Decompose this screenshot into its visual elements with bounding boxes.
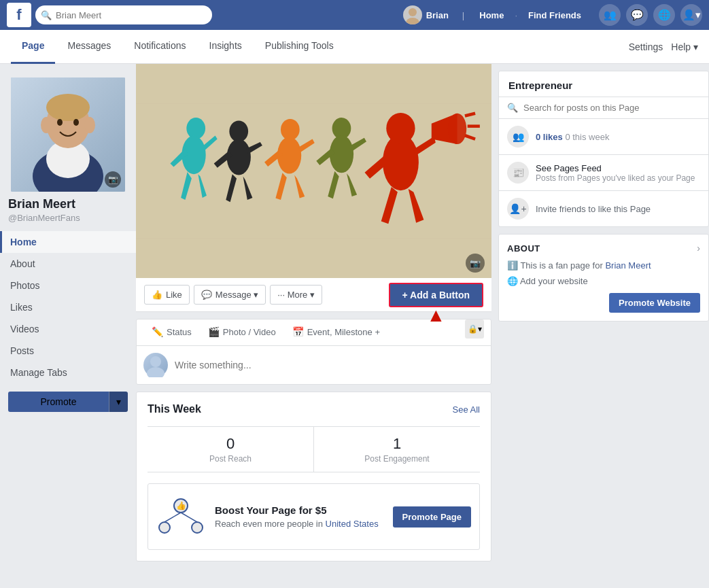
see-all-link[interactable]: See All — [453, 404, 480, 415]
post-reach-stat: 0 Post Reach — [148, 427, 314, 472]
rs-page-name: Entrepreneur — [499, 71, 708, 97]
boost-text: Boost Your Page for $5 Reach even more p… — [215, 504, 383, 529]
add-button-cta[interactable]: + Add a Button ▲ — [389, 283, 483, 307]
post-engagement-number: 1 — [322, 435, 472, 453]
post-input-row — [137, 346, 491, 384]
privacy-icon[interactable]: 🔒▾ — [465, 319, 484, 339]
sidebar-item-posts[interactable]: Posts — [0, 340, 136, 362]
about-link[interactable]: Brian Meert — [605, 260, 651, 271]
page-name: Brian Meert — [0, 197, 136, 211]
tab-messages[interactable]: Messages — [56, 30, 122, 64]
more-button[interactable]: ··· More ▾ — [270, 285, 322, 305]
page-handle: @BrianMeertFans — [0, 213, 136, 223]
post-tab-photo-video[interactable]: 🎬 Photo / Video — [200, 319, 284, 345]
sidebar-item-home[interactable]: Home — [0, 231, 136, 253]
pages-feed-title: See Pages Feed — [536, 163, 700, 173]
sidebar-item-photos[interactable]: Photos — [0, 275, 136, 296]
profile-picture-wrap: 📷 — [11, 77, 125, 192]
sidebar-item-about[interactable]: About — [0, 253, 136, 275]
svg-point-25 — [448, 114, 466, 144]
svg-line-31 — [165, 513, 181, 522]
friends-icon[interactable]: 👥 — [599, 4, 621, 26]
account-icon[interactable]: 👤▾ — [680, 4, 702, 26]
this-week-title: This Week — [148, 403, 201, 415]
promote-dropdown-arrow[interactable]: ▾ — [109, 392, 128, 412]
svg-point-17 — [229, 120, 248, 142]
tab-page[interactable]: Page — [11, 30, 55, 64]
invite-friends-row[interactable]: 👤+ Invite friends to like this Page — [499, 190, 708, 226]
help-link[interactable]: Help ▾ — [671, 41, 698, 52]
post-reach-number: 0 — [156, 435, 305, 453]
about-section: ABOUT › ℹ️ This is a fan page for Brian … — [498, 234, 709, 322]
sidebar-item-manage-tabs[interactable]: Manage Tabs — [0, 362, 136, 383]
this-week-card: This Week See All 0 Post Reach 1 Post En… — [136, 392, 491, 561]
settings-link[interactable]: Settings — [629, 41, 663, 52]
post-engagement-label: Post Engagement — [322, 454, 472, 464]
stats-row: 0 Post Reach 1 Post Engagement — [148, 426, 480, 472]
svg-point-15 — [186, 118, 205, 139]
sidebar-item-videos[interactable]: Videos — [0, 318, 136, 340]
nav-left: f 🔍 — [7, 3, 403, 27]
message-button[interactable]: 💬 Message ▾ — [194, 285, 266, 305]
likes-count: 0 likes — [536, 132, 563, 142]
post-avatar — [143, 353, 168, 377]
page-nav-right: Settings Help ▾ — [629, 41, 698, 52]
svg-point-12 — [84, 117, 95, 133]
home-link[interactable]: Home — [475, 7, 508, 23]
boost-highlight: United States — [326, 519, 379, 529]
promote-website-button[interactable]: Promote Website — [609, 293, 700, 313]
profile-camera-icon[interactable]: 📷 — [105, 171, 121, 188]
about-chevron-icon[interactable]: › — [697, 243, 700, 254]
nav-right: 👥 💬 🌐 👤▾ — [599, 4, 702, 26]
red-arrow-indicator: ▲ — [426, 306, 445, 325]
pages-feed-icon: 📰 — [507, 162, 529, 184]
page-navigation: Page Messages Notifications Insights Pub… — [0, 30, 709, 64]
post-tab-event[interactable]: 📅 Event, Milestone + — [284, 319, 388, 345]
tab-publishing-tools[interactable]: Publishing Tools — [254, 30, 345, 64]
privacy-select[interactable]: 🔒▾ — [465, 319, 484, 345]
see-pages-feed-row[interactable]: 📰 See Pages Feed Posts from Pages you've… — [499, 154, 708, 190]
svg-text:👍: 👍 — [176, 500, 186, 511]
user-name[interactable]: Brian — [426, 10, 449, 20]
likes-icon: 👥 — [507, 126, 529, 148]
likes-text: 0 likes 0 this week — [536, 132, 700, 142]
search-icon: 🔍 — [41, 10, 52, 20]
globe-icon[interactable]: 🌐 — [653, 4, 675, 26]
center-content: 📷 👍 Like 💬 Message ▾ ··· More ▾ + Add a … — [136, 64, 491, 568]
svg-point-10 — [73, 119, 79, 126]
page-info-card: Entrepreneur 🔍 👥 0 likes 0 this week 📰 S… — [498, 71, 709, 227]
action-bar: 👍 Like 💬 Message ▾ ··· More ▾ + Add a Bu… — [136, 278, 491, 312]
find-friends-link[interactable]: Find Friends — [524, 7, 585, 23]
photo-video-icon: 🎬 — [208, 326, 220, 337]
svg-point-24 — [386, 113, 415, 143]
search-input[interactable] — [35, 5, 212, 24]
svg-point-0 — [409, 8, 417, 16]
about-title: ABOUT — [507, 243, 540, 254]
promote-website-row: Promote Website — [507, 293, 700, 313]
message-icon: 💬 — [201, 290, 212, 300]
svg-point-30 — [192, 522, 203, 533]
sidebar-item-likes[interactable]: Likes — [0, 296, 136, 318]
about-header: ABOUT › — [507, 243, 700, 254]
boost-title: Boost Your Page for $5 — [215, 504, 383, 516]
post-text-input[interactable] — [175, 360, 484, 370]
promote-split-button[interactable]: Promote ▾ — [8, 392, 128, 412]
messages-icon[interactable]: 💬 — [626, 4, 648, 26]
tab-insights[interactable]: Insights — [198, 30, 253, 64]
facebook-logo[interactable]: f — [7, 3, 31, 27]
pages-feed-sub: Posts from Pages you've liked as your Pa… — [536, 173, 700, 183]
promote-label[interactable]: Promote — [8, 392, 109, 412]
rs-search-input[interactable] — [523, 103, 700, 113]
like-button[interactable]: 👍 Like — [144, 285, 190, 305]
cover-camera-icon[interactable]: 📷 — [466, 254, 485, 273]
svg-point-29 — [159, 522, 170, 533]
post-engagement-stat: 1 Post Engagement — [314, 427, 480, 472]
promote-page-button[interactable]: Promote Page — [393, 506, 471, 528]
svg-line-32 — [181, 513, 197, 522]
tab-notifications[interactable]: Notifications — [123, 30, 196, 64]
post-tab-status[interactable]: ✏️ Status — [143, 319, 200, 345]
avatar — [403, 5, 422, 24]
rs-search: 🔍 — [499, 97, 708, 118]
this-week-header: This Week See All — [148, 403, 480, 415]
nav-center: Brian | Home · Find Friends — [403, 5, 585, 24]
